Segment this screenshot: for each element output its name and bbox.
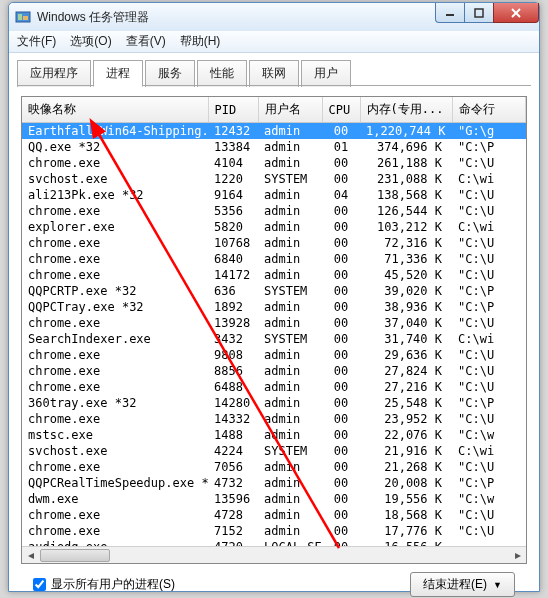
show-all-users-checkbox[interactable]: 显示所有用户的进程(S) (33, 576, 175, 593)
table-row[interactable]: dwm.exe13596admin0019,556 K"C:\w (22, 491, 526, 507)
table-row[interactable]: QQPCRealTimeSpeedup.exe *324732admin0020… (22, 475, 526, 491)
scroll-thumb[interactable] (40, 549, 110, 562)
minimize-button[interactable] (435, 3, 465, 23)
show-all-users-input[interactable] (33, 578, 46, 591)
table-row[interactable]: SearchIndexer.exe3432SYSTEM0031,740 KC:\… (22, 331, 526, 347)
col-image-name[interactable]: 映像名称 (22, 97, 208, 123)
col-command[interactable]: 命令行 (452, 97, 526, 123)
table-row[interactable]: chrome.exe6488admin0027,216 K"C:\U (22, 379, 526, 395)
maximize-button[interactable] (464, 3, 494, 23)
end-process-button[interactable]: 结束进程(E)▼ (410, 572, 515, 597)
horizontal-scrollbar[interactable]: ◂ ▸ (22, 546, 526, 563)
table-row[interactable]: QQPCTray.exe *321892admin0038,936 K"C:\P (22, 299, 526, 315)
task-manager-window: Windows 任务管理器 文件(F) 选项(O) 查看(V) 帮助(H) 应用… (8, 2, 540, 592)
menu-view[interactable]: 查看(V) (126, 33, 166, 50)
menu-file[interactable]: 文件(F) (17, 33, 56, 50)
table-row[interactable]: ali213Pk.exe *329164admin04138,568 K"C:\… (22, 187, 526, 203)
menubar: 文件(F) 选项(O) 查看(V) 帮助(H) (9, 31, 539, 53)
menu-help[interactable]: 帮助(H) (180, 33, 221, 50)
scroll-left-icon[interactable]: ◂ (22, 547, 39, 564)
tab-users[interactable]: 用户 (301, 60, 351, 87)
table-row[interactable]: QQ.exe *3213384admin01374,696 K"C:\P (22, 139, 526, 155)
table-row[interactable]: QQPCRTP.exe *32636SYSTEM0039,020 K"C:\P (22, 283, 526, 299)
table-row[interactable]: mstsc.exe1488admin0022,076 K"C:\w (22, 427, 526, 443)
table-row[interactable]: chrome.exe14332admin0023,952 K"C:\U (22, 411, 526, 427)
col-pid[interactable]: PID (208, 97, 258, 123)
tabs: 应用程序 进程 服务 性能 联网 用户 (9, 53, 539, 86)
menu-options[interactable]: 选项(O) (70, 33, 111, 50)
table-row[interactable]: chrome.exe4104admin00261,188 K"C:\U (22, 155, 526, 171)
table-row[interactable]: chrome.exe5356admin00126,544 K"C:\U (22, 203, 526, 219)
table-row[interactable]: svchost.exe1220SYSTEM00231,088 KC:\wi (22, 171, 526, 187)
tab-networking[interactable]: 联网 (249, 60, 299, 87)
process-scroll-area[interactable]: Earthfall-Win64-Shipping.exe12432admin00… (22, 123, 526, 563)
tab-processes[interactable]: 进程 (93, 60, 143, 87)
table-row[interactable]: 360tray.exe *3214280admin0025,548 K"C:\P (22, 395, 526, 411)
app-icon (15, 9, 31, 25)
svg-rect-4 (475, 9, 483, 17)
table-row[interactable]: chrome.exe13928admin0037,040 K"C:\U (22, 315, 526, 331)
process-list: 映像名称 PID 用户名 CPU 内存(专用... 命令行 Earthfall-… (21, 96, 527, 564)
tab-applications[interactable]: 应用程序 (17, 60, 91, 87)
column-headers: 映像名称 PID 用户名 CPU 内存(专用... 命令行 (22, 97, 526, 123)
col-cpu[interactable]: CPU (322, 97, 360, 123)
table-row[interactable]: explorer.exe5820admin00103,212 KC:\wi (22, 219, 526, 235)
svg-rect-1 (18, 14, 22, 20)
table-row[interactable]: chrome.exe6840admin0071,336 K"C:\U (22, 251, 526, 267)
dropdown-arrow-icon: ▼ (493, 580, 502, 590)
show-all-users-label: 显示所有用户的进程(S) (51, 576, 175, 593)
window-title: Windows 任务管理器 (37, 9, 149, 26)
scroll-right-icon[interactable]: ▸ (509, 547, 526, 564)
table-row[interactable]: chrome.exe7152admin0017,776 K"C:\U (22, 523, 526, 539)
table-row[interactable]: chrome.exe9808admin0029,636 K"C:\U (22, 347, 526, 363)
tab-performance[interactable]: 性能 (197, 60, 247, 87)
close-button[interactable] (493, 3, 539, 23)
table-row[interactable]: chrome.exe7056admin0021,268 K"C:\U (22, 459, 526, 475)
table-row[interactable]: Earthfall-Win64-Shipping.exe12432admin00… (22, 123, 526, 139)
table-row[interactable]: chrome.exe14172admin0045,520 K"C:\U (22, 267, 526, 283)
table-row[interactable]: svchost.exe4224SYSTEM0021,916 KC:\wi (22, 443, 526, 459)
titlebar[interactable]: Windows 任务管理器 (9, 3, 539, 31)
table-row[interactable]: chrome.exe8856admin0027,824 K"C:\U (22, 363, 526, 379)
table-row[interactable]: chrome.exe4728admin0018,568 K"C:\U (22, 507, 526, 523)
col-memory[interactable]: 内存(专用... (360, 97, 452, 123)
col-user[interactable]: 用户名 (258, 97, 322, 123)
table-row[interactable]: chrome.exe10768admin0072,316 K"C:\U (22, 235, 526, 251)
tab-services[interactable]: 服务 (145, 60, 195, 87)
svg-rect-2 (23, 16, 28, 20)
